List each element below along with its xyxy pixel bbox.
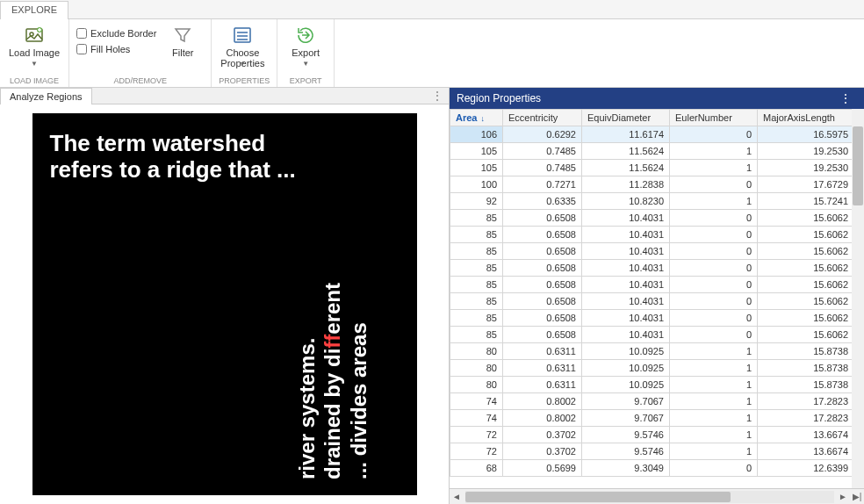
table-cell[interactable]: 9.3049 (582, 460, 670, 477)
table-cell[interactable]: 85 (450, 277, 503, 293)
table-cell[interactable]: 0.6508 (503, 227, 582, 243)
table-cell[interactable]: 15.6062 (758, 327, 854, 343)
table-cell[interactable]: 15.6062 (758, 260, 854, 277)
table-cell[interactable]: 0.8002 (503, 410, 582, 427)
load-image-button[interactable]: Load Image ▼ (7, 23, 61, 69)
table-cell[interactable]: 0.7485 (503, 143, 582, 160)
table-cell[interactable]: 10.4031 (582, 310, 670, 327)
table-cell[interactable]: 19.2530 (758, 160, 854, 176)
table-cell[interactable]: 1 (670, 410, 758, 427)
table-cell[interactable]: 15.8738 (758, 377, 854, 393)
table-cell[interactable]: 74 (450, 393, 503, 410)
table-cell[interactable]: 10.0925 (582, 343, 670, 360)
table-cell[interactable]: 1 (670, 427, 758, 443)
table-cell[interactable]: 15.7241 (758, 193, 854, 210)
fill-holes-input[interactable] (76, 44, 87, 54)
column-header[interactable]: MajorAxisLength (758, 110, 854, 126)
table-row[interactable]: 850.650810.4031015.6062 (450, 293, 865, 310)
vertical-scrollbar[interactable] (852, 109, 864, 488)
scroll-end-arrow[interactable]: ▶| (850, 492, 864, 501)
hscroll-track[interactable] (465, 491, 834, 503)
table-cell[interactable]: 10.4031 (582, 327, 670, 343)
table-cell[interactable]: 0.6508 (503, 327, 582, 343)
table-cell[interactable]: 0 (670, 210, 758, 227)
column-header[interactable]: EquivDiameter (582, 110, 670, 126)
vertical-scroll-thumb[interactable] (853, 126, 863, 205)
table-cell[interactable]: 0.8002 (503, 393, 582, 410)
table-cell[interactable]: 0.7271 (503, 176, 582, 193)
scroll-right-arrow[interactable]: ► (836, 492, 850, 501)
table-cell[interactable]: 80 (450, 343, 503, 360)
table-cell[interactable]: 68 (450, 460, 503, 477)
table-cell[interactable]: 0 (670, 260, 758, 277)
table-cell[interactable]: 11.5624 (582, 160, 670, 176)
table-cell[interactable]: 85 (450, 210, 503, 227)
table-cell[interactable]: 105 (450, 143, 503, 160)
table-cell[interactable]: 15.6062 (758, 243, 854, 260)
table-row[interactable]: 1050.748511.5624119.2530 (450, 143, 865, 160)
table-row[interactable]: 850.650810.4031015.6062 (450, 243, 865, 260)
exclude-border-input[interactable] (76, 28, 87, 39)
table-cell[interactable]: 85 (450, 260, 503, 277)
table-cell[interactable]: 17.6729 (758, 176, 854, 193)
table-cell[interactable]: 0 (670, 126, 758, 143)
table-row[interactable]: 720.37029.5746113.6674 (450, 443, 865, 460)
table-cell[interactable]: 0 (670, 227, 758, 243)
table-cell[interactable]: 0.6508 (503, 260, 582, 277)
table-cell[interactable]: 0.5699 (503, 460, 582, 477)
table-cell[interactable]: 11.2838 (582, 176, 670, 193)
table-cell[interactable]: 17.2823 (758, 393, 854, 410)
table-cell[interactable]: 11.5624 (582, 143, 670, 160)
table-row[interactable]: 1000.727111.2838017.6729 (450, 176, 865, 193)
table-cell[interactable]: 0.6508 (503, 210, 582, 227)
table-cell[interactable]: 85 (450, 243, 503, 260)
table-cell[interactable]: 0.6508 (503, 277, 582, 293)
image-canvas[interactable]: The term watershed refers to a ridge tha… (32, 113, 417, 495)
table-cell[interactable]: 0.7485 (503, 160, 582, 176)
table-cell[interactable]: 0 (670, 460, 758, 477)
table-cell[interactable]: 80 (450, 377, 503, 393)
exclude-border-checkbox[interactable]: Exclude Border (76, 26, 156, 40)
table-row[interactable]: 850.650810.4031015.6062 (450, 260, 865, 277)
table-row[interactable]: 850.650810.4031015.6062 (450, 227, 865, 243)
table-cell[interactable]: 85 (450, 327, 503, 343)
table-cell[interactable]: 0.3702 (503, 443, 582, 460)
table-cell[interactable]: 72 (450, 443, 503, 460)
table-cell[interactable]: 85 (450, 227, 503, 243)
table-row[interactable]: 850.650810.4031015.6062 (450, 277, 865, 293)
table-row[interactable]: 1060.629211.6174016.5975 (450, 126, 865, 143)
table-cell[interactable]: 0 (670, 176, 758, 193)
table-cell[interactable]: 9.7067 (582, 393, 670, 410)
table-cell[interactable]: 19.2530 (758, 143, 854, 160)
table-cell[interactable]: 72 (450, 427, 503, 443)
table-cell[interactable]: 15.6062 (758, 227, 854, 243)
table-cell[interactable]: 105 (450, 160, 503, 176)
table-cell[interactable]: 10.4031 (582, 210, 670, 227)
table-row[interactable]: 800.631110.0925115.8738 (450, 377, 865, 393)
table-cell[interactable]: 9.7067 (582, 410, 670, 427)
table-cell[interactable]: 0.6508 (503, 293, 582, 310)
table-cell[interactable]: 85 (450, 293, 503, 310)
table-row[interactable]: 850.650810.4031015.6062 (450, 327, 865, 343)
table-cell[interactable]: 1 (670, 377, 758, 393)
table-cell[interactable]: 1 (670, 393, 758, 410)
table-cell[interactable]: 13.6674 (758, 443, 854, 460)
table-cell[interactable]: 15.6062 (758, 210, 854, 227)
choose-properties-button[interactable]: Choose Properties ▾ (219, 23, 266, 69)
table-cell[interactable]: 10.4031 (582, 243, 670, 260)
table-cell[interactable]: 0.6508 (503, 310, 582, 327)
table-cell[interactable]: 9.5746 (582, 443, 670, 460)
table-cell[interactable]: 80 (450, 360, 503, 377)
table-cell[interactable]: 1 (670, 343, 758, 360)
table-row[interactable]: 850.650810.4031015.6062 (450, 210, 865, 227)
table-cell[interactable]: 0 (670, 293, 758, 310)
table-row[interactable]: 800.631110.0925115.8738 (450, 343, 865, 360)
table-row[interactable]: 680.56999.3049012.6399 (450, 460, 865, 477)
table-cell[interactable]: 1 (670, 143, 758, 160)
tab-analyze-regions[interactable]: Analyze Regions (0, 88, 92, 104)
table-cell[interactable]: 9.5746 (582, 427, 670, 443)
grid-scroll[interactable]: Area↓EccentricityEquivDiameterEulerNumbe… (450, 109, 864, 488)
table-cell[interactable]: 10.4031 (582, 260, 670, 277)
table-row[interactable]: 720.37029.5746113.6674 (450, 427, 865, 443)
table-row[interactable]: 740.80029.7067117.2823 (450, 393, 865, 410)
